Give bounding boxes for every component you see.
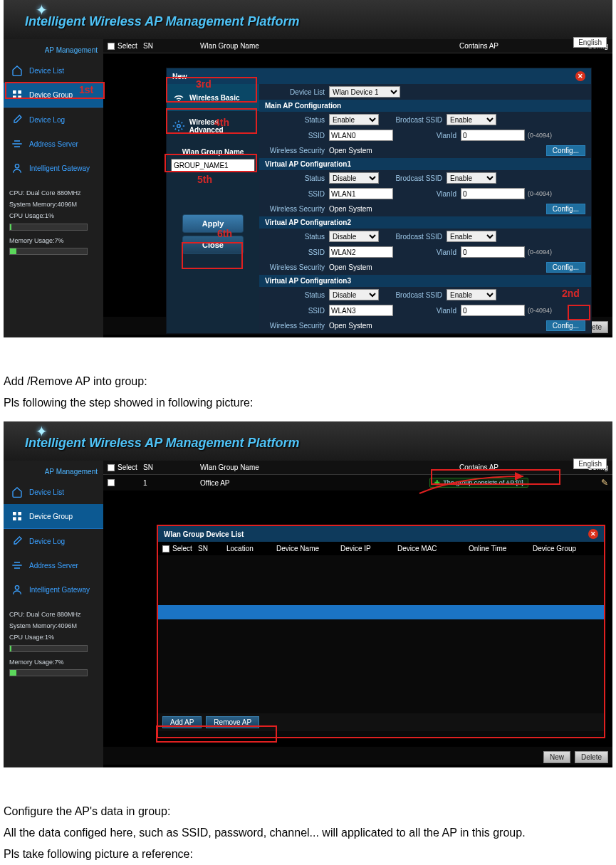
sidebar-item-intelligent-gateway[interactable]: Intelligent Gateway bbox=[4, 156, 103, 180]
selected-row-stripe[interactable] bbox=[158, 605, 604, 619]
vlanid-input-3[interactable] bbox=[461, 305, 525, 316]
vlanid-input-0[interactable] bbox=[461, 130, 525, 141]
sidebar-item-address-server-2[interactable]: Address Server bbox=[4, 553, 103, 577]
svg-point-11 bbox=[15, 586, 19, 589]
system-info: CPU: Dual Core 880MHz System Memory:4096… bbox=[4, 180, 103, 262]
sidebar-item-address-server[interactable]: Address Server bbox=[4, 132, 103, 156]
group-name-label: Wlan Group Name bbox=[167, 141, 259, 159]
col-contains-ap: Contains AP bbox=[385, 42, 573, 50]
edit-icon bbox=[11, 113, 24, 126]
ssid-input-3[interactable] bbox=[329, 305, 393, 316]
tab-wireless-advanced[interactable]: Wireless Advanced bbox=[167, 111, 259, 141]
sidebar-item-label: Device Log bbox=[29, 116, 65, 124]
checkbox-icon[interactable] bbox=[108, 43, 115, 50]
sidebar-item-device-group-2[interactable]: Device Group bbox=[4, 504, 103, 529]
wifi-icon bbox=[172, 91, 185, 104]
status-select-2[interactable]: Disable bbox=[329, 231, 379, 242]
vlanid-input-2[interactable] bbox=[461, 246, 525, 258]
memory-usage-bar bbox=[9, 248, 88, 255]
status-label: Status bbox=[265, 116, 329, 124]
new-button-2[interactable]: New bbox=[543, 751, 570, 763]
sidebar-section-header: AP Management bbox=[4, 43, 103, 58]
svg-point-5 bbox=[178, 101, 179, 103]
sidebar-item-label: Device List bbox=[29, 67, 64, 75]
broadcast-select-2[interactable]: Enable bbox=[447, 231, 496, 242]
close-icon[interactable]: ✕ bbox=[588, 529, 598, 539]
screenshot-2-app: ✦ Intelligent Wireless AP Management Pla… bbox=[4, 421, 612, 767]
edit-icon bbox=[11, 535, 24, 547]
sidebar-item-device-group[interactable]: Device Group bbox=[4, 83, 103, 108]
config-button-0[interactable]: Config... bbox=[546, 145, 585, 156]
vlan-range-hint: (0-4094) bbox=[528, 132, 552, 139]
main-panel: Select SN Wlan Group Name Contains AP Co… bbox=[103, 39, 612, 337]
row-checkbox[interactable] bbox=[108, 479, 115, 486]
vlanid-input-1[interactable] bbox=[461, 188, 525, 199]
svg-rect-10 bbox=[18, 517, 21, 520]
home-icon bbox=[11, 486, 24, 498]
dialog2-list-area bbox=[158, 555, 604, 713]
grid-icon bbox=[11, 88, 24, 101]
section-vap3: Virtual AP Configuration3 bbox=[259, 275, 591, 287]
svg-rect-0 bbox=[13, 90, 16, 94]
broadcast-select-1[interactable]: Enable bbox=[447, 172, 496, 184]
cpu-usage-label: CPU Usage:1% bbox=[9, 210, 98, 221]
status-select-0[interactable]: Enable bbox=[329, 114, 379, 125]
svg-rect-3 bbox=[18, 95, 21, 99]
pencil-icon[interactable]: ✎ bbox=[601, 478, 608, 488]
row-group-name: Office AP bbox=[200, 479, 385, 487]
ssid-label: SSID bbox=[265, 132, 329, 140]
sidebar-item-intelligent-gateway-2[interactable]: Intelligent Gateway bbox=[4, 577, 103, 602]
wlan-group-device-list-dialog: Wlan Group Device List ✕ Select SN Locat… bbox=[157, 525, 605, 738]
group-name-input[interactable] bbox=[171, 159, 255, 172]
broadcast-select-0[interactable]: Enable bbox=[447, 114, 496, 125]
star-icon: ✦ bbox=[36, 423, 48, 440]
add-ap-button[interactable]: Add AP bbox=[162, 716, 202, 728]
system-info-2: CPU: Dual Core 880MHz System Memory:4096… bbox=[4, 602, 103, 683]
server-icon bbox=[11, 559, 24, 572]
apply-button[interactable]: Apply bbox=[182, 214, 244, 233]
remove-ap-button[interactable]: Remove AP bbox=[206, 716, 259, 728]
language-chip[interactable]: English bbox=[573, 37, 607, 48]
arrow-icon bbox=[417, 472, 545, 496]
tab-wireless-basic[interactable]: Wireless Basic bbox=[167, 84, 259, 111]
sidebar-item-label: Address Server bbox=[29, 140, 78, 148]
dialog2-titlebar: Wlan Group Device List ✕ bbox=[158, 526, 604, 542]
section-main-ap: Main AP Configuration bbox=[259, 100, 591, 112]
paragraph-all-data: All the data configed here, such as SSID… bbox=[4, 824, 612, 842]
status-select-3[interactable]: Disable bbox=[329, 289, 379, 300]
svg-point-4 bbox=[15, 164, 19, 168]
app-title: Intelligent Wireless AP Management Platf… bbox=[25, 14, 612, 29]
close-icon[interactable]: ✕ bbox=[575, 71, 585, 81]
config-button-3[interactable]: Config... bbox=[546, 320, 585, 331]
sidebar-item-label: Intelligent Gateway bbox=[29, 164, 90, 172]
app-header-2: ✦ Intelligent Wireless AP Management Pla… bbox=[4, 421, 612, 461]
svg-rect-9 bbox=[13, 517, 16, 520]
sidebar-item-device-list-2[interactable]: Device List bbox=[4, 480, 103, 504]
section-vap2: Virtual AP Configuration2 bbox=[259, 216, 591, 229]
config-button-2[interactable]: Config... bbox=[546, 262, 585, 273]
broadcast-select-3[interactable]: Enable bbox=[447, 289, 496, 300]
ssid-input-2[interactable] bbox=[329, 246, 393, 258]
dialog2-table-header: Select SN Location Device Name Device IP… bbox=[158, 542, 604, 555]
language-chip-2[interactable]: English bbox=[573, 458, 607, 469]
device-list-label: Device List bbox=[265, 88, 329, 96]
security-label: Wireless Security bbox=[265, 147, 329, 154]
status-select-1[interactable]: Disable bbox=[329, 172, 379, 184]
ssid-input-0[interactable] bbox=[329, 130, 393, 141]
close-button[interactable]: Close bbox=[182, 236, 244, 254]
ssid-input-1[interactable] bbox=[329, 188, 393, 199]
device-list-select[interactable]: Wlan Device 1 bbox=[329, 86, 400, 98]
sidebar-item-device-list[interactable]: Device List bbox=[4, 58, 103, 83]
dialog-titlebar: New ✕ bbox=[167, 68, 591, 84]
user-icon bbox=[11, 583, 24, 596]
svg-rect-8 bbox=[18, 512, 21, 515]
sidebar-item-device-log[interactable]: Device Log bbox=[4, 108, 103, 132]
checkbox-icon[interactable] bbox=[108, 464, 115, 471]
checkbox-icon[interactable] bbox=[162, 545, 169, 552]
sidebar-item-device-log-2[interactable]: Device Log bbox=[4, 529, 103, 553]
col-select[interactable]: Select bbox=[108, 42, 143, 50]
dialog-left-panel: Wireless Basic Wireless Advanced Wlan Gr… bbox=[167, 84, 259, 333]
delete-button-2[interactable]: Delete bbox=[575, 751, 608, 763]
sidebar-section-header-2: AP Management bbox=[4, 465, 103, 480]
config-button-1[interactable]: Config... bbox=[546, 204, 585, 214]
